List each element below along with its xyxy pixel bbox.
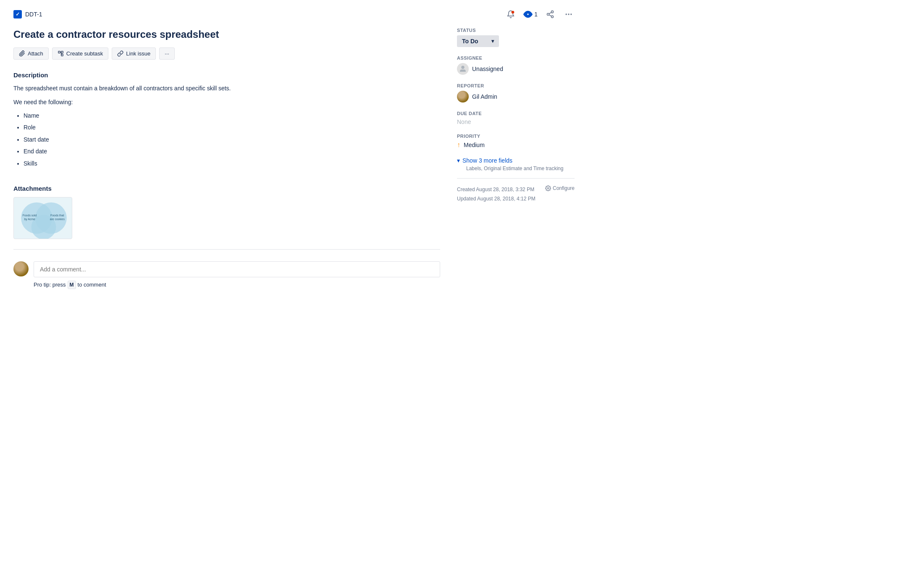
svg-line-6 [549, 12, 551, 13]
svg-point-9 [570, 13, 572, 15]
comment-input[interactable] [34, 261, 440, 277]
more-label: ··· [165, 50, 169, 57]
created-date: Created August 28, 2018, 3:32 PM [457, 185, 536, 195]
show-more-sublabel: Labels, Original Estimate and Time track… [466, 166, 575, 171]
assignee-label: ASSIGNEE [457, 55, 575, 61]
watch-count: 1 [534, 11, 538, 18]
attachment-thumbnail[interactable]: Foods sold by Acme Foods that are cookie… [13, 197, 72, 239]
show-more-fields-link[interactable]: ▾ Show 3 more fields [457, 157, 575, 164]
subtask-icon [58, 50, 64, 57]
timestamps: Created August 28, 2018, 3:32 PM Updated… [457, 185, 536, 203]
configure-label: Configure [553, 185, 575, 191]
assignee-avatar [457, 63, 469, 75]
watch-button[interactable]: 1 [523, 10, 538, 19]
description-list: Name Role Start date End date Skills [24, 111, 440, 168]
issue-title: Create a contractor resources spreadshee… [13, 28, 440, 41]
svg-rect-10 [58, 51, 60, 53]
svg-rect-12 [61, 54, 63, 56]
attach-icon [19, 50, 25, 57]
svg-point-2 [551, 11, 554, 13]
priority-arrow-icon: ↑ [457, 141, 460, 149]
svg-text:by Acme: by Acme [24, 218, 35, 221]
create-subtask-label: Create subtask [66, 50, 103, 57]
due-date-value[interactable]: None [457, 118, 575, 125]
link-issue-label: Link issue [126, 50, 150, 57]
due-date-field: DUE DATE None [457, 111, 575, 125]
gear-icon [545, 185, 551, 191]
svg-point-1 [527, 13, 529, 16]
list-item: Skills [24, 159, 440, 168]
assignee-value[interactable]: Unassigned [457, 63, 575, 75]
assignee-name: Unassigned [472, 66, 503, 72]
svg-text:Foods that: Foods that [50, 214, 64, 217]
more-icon [564, 10, 573, 18]
attach-label: Attach [28, 50, 43, 57]
pro-tip-suffix: to comment [78, 282, 106, 288]
description-section: Description The spreadsheet must contain… [13, 71, 440, 168]
svg-rect-11 [61, 51, 63, 53]
reporter-label: REPORTER [457, 83, 575, 88]
person-icon [459, 65, 467, 73]
eye-icon [523, 10, 533, 19]
reporter-avatar [457, 91, 469, 103]
svg-text:Foods sold: Foods sold [23, 214, 37, 217]
description-title: Description [13, 71, 440, 79]
configure-link[interactable]: Configure [545, 185, 575, 191]
status-field: STATUS To Do ▾ [457, 28, 575, 47]
share-icon [546, 10, 554, 18]
svg-point-4 [551, 16, 554, 18]
priority-label: PRIORITY [457, 134, 575, 139]
priority-name: Medium [464, 142, 485, 148]
show-more-label: Show 3 more fields [462, 157, 512, 164]
updated-date: Updated August 28, 2018, 4:12 PM [457, 195, 536, 204]
issue-type-icon: ✓ [13, 10, 22, 18]
description-p2: We need the following: [13, 97, 440, 107]
svg-point-20 [462, 66, 464, 68]
status-button[interactable]: To Do ▾ [457, 35, 499, 47]
svg-point-21 [547, 187, 549, 189]
svg-point-8 [568, 13, 569, 15]
bell-icon [507, 10, 515, 18]
svg-point-3 [547, 13, 549, 16]
svg-point-0 [512, 11, 514, 14]
bell-icon-button[interactable] [505, 8, 517, 20]
reporter-name: Gil Admin [472, 93, 497, 100]
priority-value[interactable]: ↑ Medium [457, 141, 575, 149]
sidebar: STATUS To Do ▾ ASSIGNEE Unassigned [457, 28, 575, 289]
description-p1: The spreadsheet must contain a breakdown… [13, 84, 440, 93]
svg-line-5 [549, 15, 551, 16]
user-avatar [13, 261, 29, 276]
chevron-down-icon: ▾ [491, 38, 494, 44]
list-item: Start date [24, 135, 440, 144]
created-updated-section: Created August 28, 2018, 3:32 PM Updated… [457, 185, 575, 203]
status-label: STATUS [457, 28, 575, 33]
attachments-section: Attachments Foods sold by Acme Foods tha… [13, 185, 440, 239]
assignee-field: ASSIGNEE Unassigned [457, 55, 575, 75]
due-date-none: None [457, 118, 471, 125]
more-options-button[interactable] [563, 8, 575, 20]
issue-id: DDT-1 [25, 11, 42, 18]
svg-text:are cookies: are cookies [50, 218, 65, 221]
show-more-fields-section: ▾ Show 3 more fields Labels, Original Es… [457, 157, 575, 171]
attach-button[interactable]: Attach [13, 47, 49, 60]
sidebar-divider [457, 178, 575, 179]
due-date-label: DUE DATE [457, 111, 575, 116]
pro-tip: Pro tip: press M to comment [34, 281, 440, 289]
svg-point-7 [566, 13, 567, 15]
comment-section [13, 261, 440, 277]
create-subtask-button[interactable]: Create subtask [52, 47, 108, 60]
keyboard-shortcut-badge: M [68, 281, 76, 289]
more-actions-button[interactable]: ··· [159, 47, 175, 60]
reporter-field: REPORTER Gil Admin [457, 83, 575, 103]
status-value: To Do [462, 38, 478, 45]
link-issue-button[interactable]: Link issue [112, 47, 156, 60]
attachments-title: Attachments [13, 185, 440, 192]
list-item: End date [24, 147, 440, 156]
link-icon [117, 50, 123, 57]
list-item: Name [24, 111, 440, 120]
pro-tip-prefix: Pro tip: press [34, 282, 66, 288]
venn-diagram-svg: Foods sold by Acme Foods that are cookie… [14, 197, 72, 239]
reporter-value[interactable]: Gil Admin [457, 91, 575, 103]
list-item: Role [24, 123, 440, 132]
share-button[interactable] [544, 8, 556, 20]
